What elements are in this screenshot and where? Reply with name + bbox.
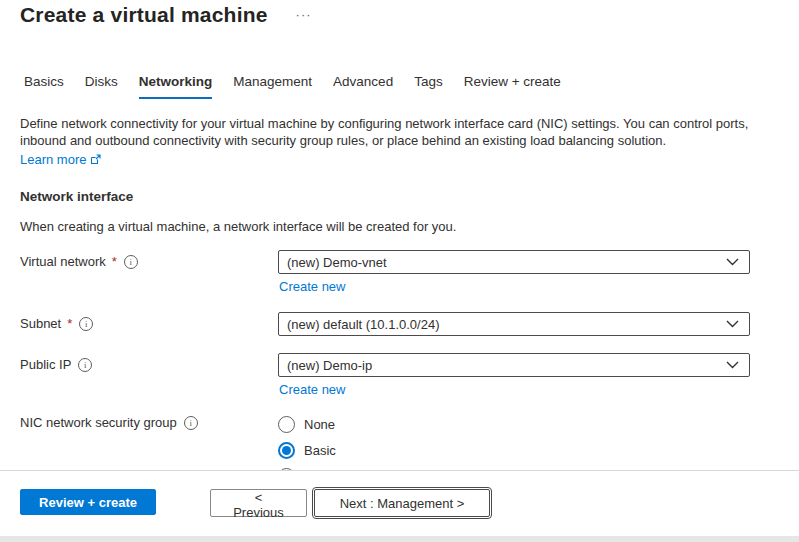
- page-header: Create a virtual machine ···: [0, 0, 799, 27]
- bottom-bar: [0, 536, 799, 542]
- radio-button-icon: [278, 416, 295, 433]
- required-asterisk: *: [67, 316, 72, 331]
- nic-nsg-label-text: NIC network security group: [20, 415, 177, 430]
- radio-label-basic: Basic: [304, 443, 336, 458]
- virtual-network-label: Virtual network*: [20, 250, 278, 269]
- intro-text: Define network connectivity for your vir…: [20, 116, 748, 148]
- public-ip-label: Public IP: [20, 353, 278, 372]
- section-subtext: When creating a virtual machine, a netwo…: [20, 219, 799, 234]
- subnet-value: (new) default (10.1.0.0/24): [287, 317, 439, 332]
- section-heading-network-interface: Network interface: [20, 189, 799, 204]
- networking-tab-content: Create a virtual machine ··· Basics Disk…: [0, 0, 799, 470]
- more-actions-button[interactable]: ···: [296, 10, 312, 20]
- external-link-icon: [90, 154, 101, 165]
- tab-management[interactable]: Management: [233, 74, 312, 99]
- tab-basics[interactable]: Basics: [24, 74, 64, 99]
- virtual-network-label-text: Virtual network: [20, 254, 106, 269]
- tab-advanced[interactable]: Advanced: [333, 74, 393, 99]
- wizard-tabs: Basics Disks Networking Management Advan…: [24, 74, 799, 99]
- public-ip-value: (new) Demo-ip: [287, 358, 372, 373]
- public-ip-label-text: Public IP: [20, 357, 71, 372]
- chevron-down-icon: [726, 320, 739, 328]
- radio-button-icon: [278, 442, 295, 459]
- info-icon[interactable]: [78, 358, 92, 372]
- public-ip-create-new-link[interactable]: Create new: [279, 382, 345, 397]
- page-title: Create a virtual machine: [20, 3, 268, 27]
- learn-more-link[interactable]: Learn more: [20, 151, 101, 168]
- tab-networking[interactable]: Networking: [139, 74, 213, 99]
- next-management-button[interactable]: Next : Management >: [314, 489, 490, 517]
- subnet-row: Subnet* (new) default (10.1.0.0/24): [20, 312, 799, 336]
- virtual-network-row: Virtual network* (new) Demo-vnet Create …: [20, 250, 799, 295]
- previous-button[interactable]: < Previous: [210, 489, 307, 517]
- radio-label-none: None: [304, 417, 335, 432]
- info-icon[interactable]: [184, 416, 198, 430]
- review-create-button[interactable]: Review + create: [20, 489, 156, 515]
- radio-option-none[interactable]: None: [278, 411, 750, 437]
- public-ip-row: Public IP (new) Demo-ip Create new: [20, 353, 799, 398]
- nic-nsg-row: NIC network security group None Basic Ad…: [20, 411, 799, 470]
- chevron-down-icon: [726, 258, 739, 266]
- tab-review-create[interactable]: Review + create: [464, 74, 561, 99]
- subnet-dropdown[interactable]: (new) default (10.1.0.0/24): [278, 312, 750, 336]
- tab-tags[interactable]: Tags: [414, 74, 443, 99]
- subnet-label: Subnet*: [20, 312, 278, 331]
- radio-option-basic[interactable]: Basic: [278, 437, 750, 463]
- public-ip-dropdown[interactable]: (new) Demo-ip: [278, 353, 750, 377]
- chevron-down-icon: [726, 361, 739, 369]
- radio-option-advanced[interactable]: Advanced: [278, 463, 750, 470]
- required-asterisk: *: [112, 254, 117, 269]
- tab-disks[interactable]: Disks: [85, 74, 118, 99]
- info-icon[interactable]: [124, 255, 138, 269]
- info-icon[interactable]: [79, 317, 93, 331]
- nic-nsg-label: NIC network security group: [20, 411, 278, 430]
- intro-paragraph: Define network connectivity for your vir…: [20, 115, 750, 168]
- learn-more-label: Learn more: [20, 151, 86, 168]
- virtual-network-create-new-link[interactable]: Create new: [279, 279, 345, 294]
- virtual-network-dropdown[interactable]: (new) Demo-vnet: [278, 250, 750, 274]
- wizard-footer: Review + create < Previous Next : Manage…: [0, 470, 799, 542]
- subnet-label-text: Subnet: [20, 316, 61, 331]
- virtual-network-value: (new) Demo-vnet: [287, 255, 387, 270]
- nic-nsg-radio-group: None Basic Advanced: [278, 411, 750, 470]
